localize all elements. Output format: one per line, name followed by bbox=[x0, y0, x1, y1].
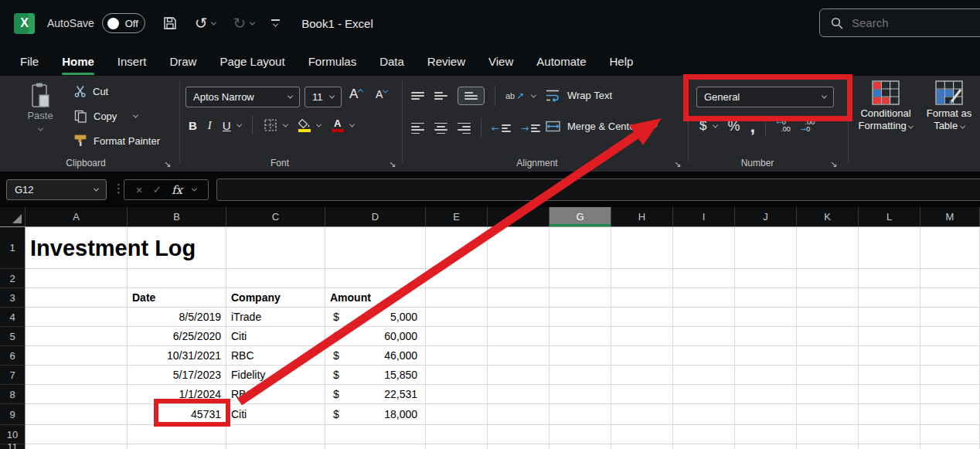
column-header-L[interactable]: L bbox=[859, 207, 920, 226]
cell-E11[interactable] bbox=[426, 444, 488, 449]
cell-A1[interactable]: Investment Log bbox=[26, 227, 128, 269]
cell-J5[interactable] bbox=[735, 327, 797, 346]
cell-E8[interactable] bbox=[426, 385, 488, 404]
cell-C10[interactable] bbox=[226, 425, 325, 444]
cell-B9[interactable]: 45731 bbox=[128, 404, 226, 425]
autosave-toggle[interactable]: Off bbox=[102, 13, 145, 33]
cell-B11[interactable] bbox=[128, 444, 226, 449]
underline-button[interactable]: U bbox=[223, 119, 231, 132]
tab-review[interactable]: Review bbox=[427, 55, 465, 68]
row-header-2[interactable]: 2 bbox=[0, 269, 26, 288]
cell-G10[interactable] bbox=[550, 425, 611, 444]
conditional-formatting-chevron-icon[interactable] bbox=[908, 124, 914, 129]
orientation-chevron-icon[interactable] bbox=[531, 92, 536, 97]
number-format-combobox[interactable]: General bbox=[696, 87, 834, 107]
cell-I10[interactable] bbox=[673, 425, 735, 444]
cell-E6[interactable] bbox=[426, 346, 488, 366]
cell-F8[interactable] bbox=[488, 385, 550, 404]
bottom-align-button[interactable] bbox=[458, 87, 485, 105]
format-as-table-chevron-icon[interactable] bbox=[960, 124, 965, 129]
paste-chevron-icon[interactable] bbox=[37, 126, 43, 131]
cell-K2[interactable] bbox=[797, 269, 859, 288]
cell-J6[interactable] bbox=[735, 346, 797, 366]
comma-style-button[interactable]: , bbox=[750, 122, 755, 130]
cell-E5[interactable] bbox=[426, 327, 488, 346]
middle-align-button[interactable] bbox=[434, 92, 447, 100]
cell-H5[interactable] bbox=[611, 327, 673, 346]
underline-chevron-icon[interactable] bbox=[236, 121, 242, 127]
column-header-D[interactable]: D bbox=[325, 207, 426, 226]
column-header-C[interactable]: C bbox=[226, 207, 325, 226]
font-name-combobox[interactable]: Aptos Narrow bbox=[185, 87, 300, 107]
cell-A6[interactable] bbox=[26, 346, 128, 366]
cell-A11[interactable] bbox=[26, 444, 128, 449]
cell-K4[interactable] bbox=[797, 308, 859, 327]
cell-L2[interactable] bbox=[859, 269, 920, 288]
name-box[interactable]: G12 bbox=[6, 179, 107, 200]
tab-data[interactable]: Data bbox=[379, 55, 404, 68]
cell-H8[interactable] bbox=[611, 385, 673, 404]
cell-A2[interactable] bbox=[26, 269, 128, 288]
cell-A5[interactable] bbox=[26, 327, 128, 346]
tab-draw[interactable]: Draw bbox=[169, 55, 196, 68]
customize-toolbar-button[interactable] bbox=[271, 19, 280, 27]
cell-F11[interactable] bbox=[488, 444, 550, 449]
cell-L9[interactable] bbox=[859, 404, 920, 425]
column-header-G[interactable]: G bbox=[550, 207, 611, 226]
cell-K8[interactable] bbox=[797, 385, 859, 404]
merge-center-chevron-icon[interactable] bbox=[652, 123, 658, 128]
merge-center-button[interactable]: Merge & Center bbox=[546, 121, 657, 132]
excel-logo-icon[interactable]: X bbox=[14, 13, 35, 34]
cell-M5[interactable] bbox=[920, 327, 980, 346]
save-button[interactable] bbox=[162, 15, 178, 31]
font-color-chevron-icon[interactable] bbox=[349, 121, 355, 127]
cell-C3[interactable]: Company bbox=[226, 288, 325, 308]
increase-indent-button[interactable]: → bbox=[521, 123, 540, 134]
cell-C5[interactable]: Citi bbox=[226, 327, 325, 346]
font-size-combobox[interactable]: 11 bbox=[305, 87, 342, 107]
borders-chevron-icon[interactable] bbox=[283, 121, 288, 127]
cell-J9[interactable] bbox=[735, 404, 797, 425]
decrease-font-button[interactable]: A bbox=[376, 88, 387, 100]
decrease-indent-button[interactable]: ← bbox=[492, 123, 511, 134]
cell-G9[interactable] bbox=[550, 404, 611, 425]
cell-H11[interactable] bbox=[611, 444, 673, 449]
cell-D6[interactable]: $46,000 bbox=[325, 346, 426, 366]
cell-D10[interactable] bbox=[325, 425, 426, 444]
cell-E9[interactable] bbox=[426, 404, 488, 425]
cell-G8[interactable] bbox=[550, 385, 611, 404]
column-header-H[interactable]: H bbox=[611, 207, 673, 226]
cell-K7[interactable] bbox=[797, 366, 859, 385]
cell-A9[interactable] bbox=[26, 404, 128, 425]
formula-input[interactable] bbox=[216, 179, 980, 201]
cell-D11[interactable] bbox=[325, 444, 426, 449]
cell-J8[interactable] bbox=[735, 385, 797, 404]
cell-I2[interactable] bbox=[673, 269, 735, 288]
enter-icon[interactable]: ✓ bbox=[153, 184, 162, 196]
cell-J4[interactable] bbox=[735, 308, 797, 327]
row-header-3[interactable]: 3 bbox=[0, 288, 26, 308]
cell-I3[interactable] bbox=[673, 288, 735, 308]
cell-D4[interactable]: $5,000 bbox=[325, 308, 426, 327]
insert-function-icon[interactable]: fx bbox=[172, 183, 182, 197]
cell-E4[interactable] bbox=[426, 308, 488, 327]
cell-F4[interactable] bbox=[488, 308, 550, 327]
cell-F10[interactable] bbox=[488, 425, 550, 444]
copy-chevron-icon[interactable] bbox=[133, 113, 138, 118]
name-box-chevron-icon[interactable] bbox=[94, 186, 99, 192]
cell-M8[interactable] bbox=[920, 385, 980, 404]
cell-H4[interactable] bbox=[611, 308, 673, 327]
cell-G7[interactable] bbox=[550, 366, 611, 385]
cell-L6[interactable] bbox=[859, 346, 920, 366]
column-header-B[interactable]: B bbox=[128, 207, 226, 226]
row-header-9[interactable]: 9 bbox=[0, 404, 26, 425]
cell-K3[interactable] bbox=[797, 288, 859, 308]
cell-M2[interactable] bbox=[920, 269, 980, 288]
cell-M4[interactable] bbox=[920, 308, 980, 327]
undo-button[interactable]: ↺ bbox=[195, 15, 216, 31]
cell-I1[interactable] bbox=[673, 227, 735, 269]
cell-G2[interactable] bbox=[550, 269, 611, 288]
accounting-chevron-icon[interactable] bbox=[713, 122, 718, 128]
row-header-5[interactable]: 5 bbox=[0, 327, 26, 346]
cell-G6[interactable] bbox=[550, 346, 611, 366]
